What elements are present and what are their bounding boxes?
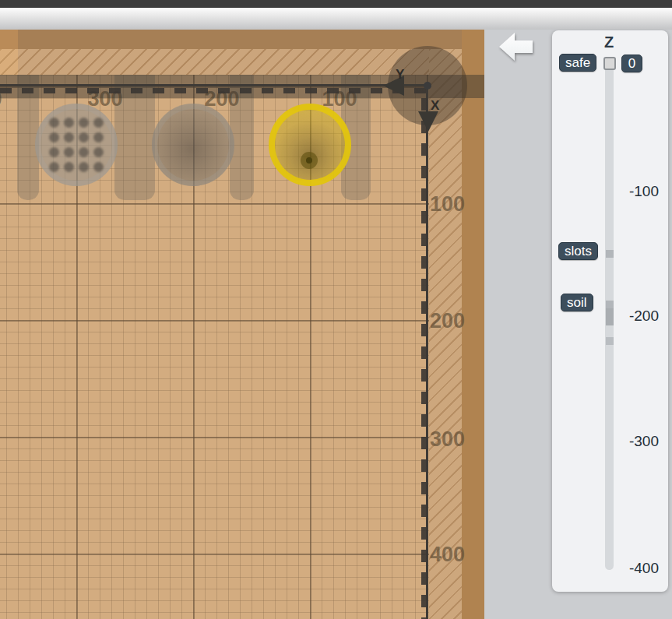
out-of-bounds-hatch-top-left [0, 49, 18, 75]
round-tool-icon[interactable] [152, 104, 234, 186]
z-axis-title: Z [601, 33, 617, 51]
garden-map: 400 300 200 100 100 200 300 400 Y X [0, 30, 484, 619]
z-tick--200: -200 [629, 308, 659, 325]
seeder-tray-dots [46, 114, 107, 175]
z-track-marker [606, 301, 614, 308]
top-window-bar [0, 0, 672, 8]
seed-bin-tool-icon[interactable] [269, 104, 351, 186]
x-axis-dashed-line [421, 98, 427, 619]
z-tick--100: -100 [629, 183, 659, 200]
x-axis-tick-400: 400 [430, 544, 465, 564]
z-slots-height-badge[interactable]: slots [558, 242, 598, 260]
z-track-marker [606, 337, 614, 345]
z-current-value-badge: 0 [621, 55, 642, 72]
z-tick--300: -300 [629, 433, 659, 450]
x-axis-tick-200: 200 [430, 311, 465, 331]
back-button[interactable] [496, 30, 537, 66]
y-axis-line [0, 84, 429, 86]
back-arrow-icon [497, 55, 536, 67]
z-tick--400: -400 [629, 560, 659, 577]
out-of-bounds-hatch-right [429, 49, 462, 619]
bed-wood-border-top [0, 30, 484, 49]
seed-bin-center-dot [306, 157, 312, 164]
z-slider-handle[interactable] [603, 57, 616, 70]
x-axis-label: X [431, 98, 439, 114]
seeder-tray-icon[interactable] [35, 104, 118, 186]
z-track-marker [606, 250, 614, 258]
z-safe-height-badge[interactable]: safe [559, 54, 596, 72]
z-axis-panel: Z safe 0 slots soil -100 -200 -300 -400 [552, 30, 668, 592]
z-track-marker [606, 308, 614, 325]
toolbar-strip [0, 8, 672, 30]
bed-wood-border-top-left [0, 30, 18, 49]
bed-wood-border-right [462, 30, 484, 619]
z-soil-height-badge[interactable]: soil [561, 294, 593, 311]
y-axis-dashed-line [0, 88, 427, 93]
x-axis-tick-100: 100 [430, 194, 465, 214]
y-axis-label: Y [396, 67, 404, 83]
origin-point [424, 82, 431, 90]
x-axis-arrow-icon [418, 111, 438, 132]
x-axis-tick-300: 300 [430, 429, 465, 449]
